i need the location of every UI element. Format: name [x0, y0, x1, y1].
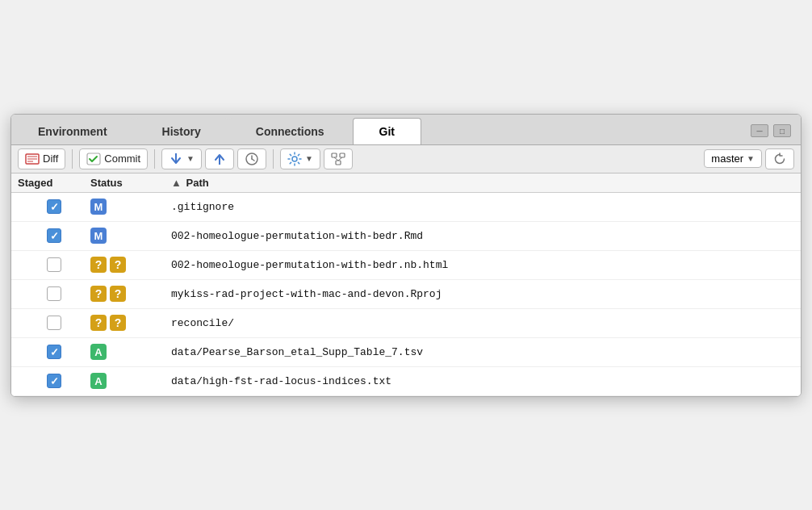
staged-cell — [18, 374, 90, 388]
status-cell: M — [90, 199, 171, 215]
file-path: reconcile/ — [171, 317, 794, 329]
svg-rect-12 — [340, 153, 345, 157]
pull-dropdown-arrow: ▼ — [186, 154, 195, 163]
tab-spacer — [423, 118, 741, 144]
sort-arrow-icon: ▲ — [171, 177, 184, 189]
status-badge: M — [90, 199, 107, 215]
history-button[interactable] — [237, 148, 266, 169]
status-cell: M — [90, 228, 171, 244]
gear-icon — [287, 152, 302, 166]
commit-label: Commit — [104, 153, 140, 165]
staged-cell — [18, 257, 90, 272]
file-path: .gitignore — [171, 201, 794, 213]
status-cell: ?? — [90, 257, 171, 273]
pull-button[interactable]: ▼ — [161, 148, 202, 169]
status-badge: ? — [110, 257, 126, 273]
maximize-button[interactable]: □ — [773, 124, 791, 137]
table-row[interactable]: Adata/high-fst-rad-locus-indices.txt — [11, 367, 801, 396]
branch-selector[interactable]: master ▼ — [704, 149, 762, 168]
refresh-icon — [772, 152, 787, 166]
table-row[interactable]: Adata/Pearse_Barson_etal_Supp_Table_7.ts… — [11, 338, 801, 367]
tab-git[interactable]: Git — [353, 118, 421, 144]
status-cell: A — [90, 373, 171, 389]
table-row[interactable]: M.gitignore — [11, 193, 801, 222]
tab-environment[interactable]: Environment — [11, 118, 134, 144]
diff-label: Diff — [43, 153, 58, 165]
status-badge: ? — [90, 257, 107, 273]
staged-checkbox[interactable] — [47, 316, 61, 330]
svg-rect-11 — [332, 153, 337, 157]
staged-checkbox[interactable] — [47, 257, 61, 272]
status-badge: ? — [90, 315, 107, 331]
main-window: Environment History Connections Git ─ □ … — [10, 114, 802, 397]
staged-checkbox[interactable] — [47, 199, 61, 214]
file-path: 002-homeologue-permutation-with-bedr.Rmd — [171, 230, 794, 242]
table-row[interactable]: ??002-homeologue-permutation-with-bedr.n… — [11, 251, 801, 280]
status-badge: ? — [110, 286, 126, 302]
diff-icon — [25, 152, 40, 166]
toolbar: Diff Commit ▼ — [11, 145, 801, 173]
status-badge: A — [90, 373, 107, 389]
staged-cell — [18, 286, 90, 301]
sep-3 — [273, 149, 274, 169]
refresh-button[interactable] — [765, 148, 794, 169]
table-row[interactable]: ??mykiss-rad-project-with-mac-and-devon.… — [11, 280, 801, 309]
branch-dropdown-arrow: ▼ — [747, 154, 755, 163]
col-status[interactable]: Status — [90, 177, 171, 189]
clock-icon — [245, 152, 259, 166]
staged-checkbox[interactable] — [47, 228, 61, 243]
tab-history[interactable]: History — [136, 118, 228, 144]
minimize-button[interactable]: ─ — [751, 124, 768, 137]
diff-button[interactable]: Diff — [18, 148, 65, 169]
tab-connections[interactable]: Connections — [229, 118, 351, 144]
status-cell: ?? — [90, 315, 171, 331]
svg-line-15 — [338, 157, 342, 161]
status-badge: A — [90, 344, 107, 360]
svg-rect-13 — [336, 161, 341, 165]
file-path: data/Pearse_Barson_etal_Supp_Table_7.tsv — [171, 346, 794, 358]
file-path: data/high-fst-rad-locus-indices.txt — [171, 375, 794, 387]
settings-button[interactable]: ▼ — [280, 148, 320, 169]
svg-line-14 — [334, 157, 338, 161]
file-list: M.gitignoreM002-homeologue-permutation-w… — [11, 193, 801, 396]
status-badge: M — [90, 228, 107, 244]
staged-cell — [18, 199, 90, 214]
col-staged[interactable]: Staged — [18, 177, 90, 189]
table-row[interactable]: M002-homeologue-permutation-with-bedr.Rm… — [11, 222, 801, 251]
status-badge: ? — [90, 286, 107, 302]
settings-dropdown-arrow: ▼ — [305, 154, 313, 163]
svg-line-9 — [252, 159, 254, 161]
svg-point-10 — [292, 157, 297, 161]
staged-checkbox[interactable] — [47, 345, 61, 359]
pull-icon — [169, 152, 183, 166]
push-button[interactable] — [205, 148, 234, 169]
sep-1 — [72, 149, 73, 169]
sep-2 — [154, 149, 155, 169]
column-headers: Staged Status ▲ Path — [11, 173, 801, 193]
file-path: mykiss-rad-project-with-mac-and-devon.Rp… — [171, 288, 794, 300]
col-path[interactable]: ▲ Path — [171, 177, 794, 189]
branch-button[interactable] — [324, 148, 353, 169]
commit-button[interactable]: Commit — [79, 148, 148, 169]
staged-cell — [18, 345, 90, 359]
staged-cell — [18, 228, 90, 243]
status-cell: A — [90, 344, 171, 360]
window-controls: ─ □ — [741, 118, 801, 144]
commit-icon — [86, 152, 101, 166]
status-badge: ? — [110, 315, 126, 331]
staged-checkbox[interactable] — [47, 374, 61, 388]
tab-bar: Environment History Connections Git ─ □ — [11, 115, 801, 145]
branch-name: master — [711, 153, 743, 165]
table-row[interactable]: ??reconcile/ — [11, 309, 801, 338]
staged-cell — [18, 316, 90, 330]
status-cell: ?? — [90, 286, 171, 302]
push-icon — [212, 152, 227, 166]
staged-checkbox[interactable] — [47, 286, 61, 301]
file-path: 002-homeologue-permutation-with-bedr.nb.… — [171, 259, 794, 271]
network-icon — [331, 152, 345, 166]
